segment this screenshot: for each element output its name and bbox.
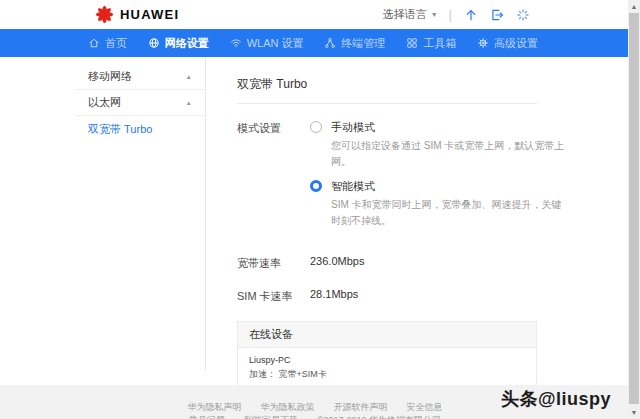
footer-link-privacy-policy[interactable]: 华为隐私政策 [261,401,315,414]
refresh-button[interactable] [515,7,530,22]
radio-unchecked-icon[interactable] [310,121,322,133]
broadband-rate-label: 宽带速率 [237,255,310,271]
radio-label: 智能模式 [331,179,375,193]
devices-icon [324,37,336,49]
nav-label: WLAN 设置 [247,36,304,51]
nav-label: 网络设置 [165,36,209,51]
nav-item-network-settings[interactable]: 网络设置 [148,36,209,51]
sidebar-item-label: 双宽带 Turbo [88,122,152,137]
broadband-rate-row: 宽带速率 236.0Mbps [237,255,537,271]
wifi-icon [230,37,242,49]
globe-icon [148,37,160,49]
footer-links-row: 华为隐私声明 华为隐私政策 开源软件声明 安全信息 [75,401,555,414]
scroll-down-arrow-icon[interactable]: ▼ [628,406,640,419]
nav-item-home[interactable]: 首页 [88,36,127,51]
chevron-up-icon: ▲ [186,73,192,80]
top-bar: HUAWEI 选择语言 ▼ | [0,0,628,29]
broadband-rate-value: 236.0Mbps [310,255,364,271]
logout-button[interactable] [489,7,504,22]
divider: | [449,8,452,21]
brand-name: HUAWEI [120,7,179,22]
vertical-scrollbar[interactable]: ▲ ▼ [628,0,640,419]
mode-options: 手动模式 您可以指定设备通过 SIM 卡或宽带上网，默认宽带上网。 智能模式 S… [310,120,571,238]
footer-links-row2: 常见问题 智能家居下载 ©2017-2019 华为终端有限公司 [75,414,555,419]
sidebar-item-label: 移动网络 [88,69,132,84]
nav-item-advanced-settings[interactable]: 高级设置 [477,36,538,51]
gear-icon [477,37,489,49]
footer: 华为隐私声明 华为隐私政策 开源软件声明 安全信息 常见问题 智能家居下载 ©2… [0,385,628,419]
logout-icon [490,8,504,22]
footer-link-faq[interactable]: 常见问题 [189,414,225,419]
nav-item-toolbox[interactable]: 工具箱 [406,36,456,51]
sim-rate-value: 28.1Mbps [310,288,358,304]
nav-item-wlan-settings[interactable]: WLAN 设置 [230,36,304,51]
nav-label: 工具箱 [423,36,456,51]
footer-link-smart-home-download[interactable]: 智能家居下载 [244,414,298,419]
device-connection: 加速： 宽带+SIM卡 [249,368,525,381]
nav-label: 首页 [105,36,127,51]
smart-mode-description: SIM 卡和宽带同时上网，宽带叠加、网速提升，关键时刻不掉线。 [331,197,571,228]
nav-label: 终端管理 [341,36,385,51]
sidebar-item-ethernet[interactable]: 以太网 ▲ [75,90,205,116]
page-title: 双宽带 Turbo [237,57,537,104]
scroll-up-arrow-icon[interactable]: ▲ [628,0,640,13]
top-right-actions: 选择语言 ▼ | [383,0,530,29]
radio-checked-icon[interactable] [310,180,322,192]
radio-option-smart-mode[interactable]: 智能模式 [310,179,571,193]
footer-link-open-source[interactable]: 开源软件声明 [334,401,388,414]
sidebar-item-label: 以太网 [88,95,121,110]
mode-settings-label: 模式设置 [237,120,310,238]
main-content: 双宽带 Turbo 模式设置 手动模式 您可以指定设备通过 SIM 卡或宽带上网… [237,57,537,403]
footer-link-privacy-statement[interactable]: 华为隐私声明 [188,401,242,414]
manual-mode-description: 您可以指定设备通过 SIM 卡或宽带上网，默认宽带上网。 [331,138,571,169]
huawei-logo: HUAWEI [94,4,179,25]
radio-option-manual-mode[interactable]: 手动模式 [310,120,571,134]
sidebar-item-dual-band-turbo[interactable]: 双宽带 Turbo [75,116,205,142]
radio-label: 手动模式 [331,120,375,134]
footer-copyright: ©2017-2019 华为终端有限公司 [317,414,441,419]
chevron-up-icon: ▲ [186,99,192,106]
update-button[interactable] [463,7,478,22]
language-selector-label: 选择语言 [383,7,427,22]
scrollbar-thumb[interactable] [629,13,639,404]
mode-settings-row: 模式设置 手动模式 您可以指定设备通过 SIM 卡或宽带上网，默认宽带上网。 智… [237,120,537,238]
nav-item-device-management[interactable]: 终端管理 [324,36,385,51]
main-nav: 首页 网络设置 WLAN 设置 终端管理 工具箱 高级设置 [0,29,628,57]
sim-rate-label: SIM 卡速率 [237,288,310,304]
language-selector[interactable]: 选择语言 ▼ [383,7,438,22]
sidebar-item-mobile-network[interactable]: 移动网络 ▲ [75,64,205,90]
footer-link-security-info[interactable]: 安全信息 [407,401,443,414]
huawei-flower-icon [94,4,115,25]
toolbox-icon [406,37,418,49]
nav-label: 高级设置 [494,36,538,51]
online-devices-title: 在线设备 [238,322,536,348]
arrow-up-icon [464,8,478,22]
sim-rate-row: SIM 卡速率 28.1Mbps [237,288,537,304]
sidebar: 移动网络 ▲ 以太网 ▲ 双宽带 Turbo [75,57,206,370]
chevron-down-icon: ▼ [431,11,438,18]
home-icon [88,37,100,49]
toutiao-watermark: 头条@liuspy [501,387,611,411]
spinner-icon [516,8,530,22]
device-name: Liuspy-PC [249,355,525,365]
